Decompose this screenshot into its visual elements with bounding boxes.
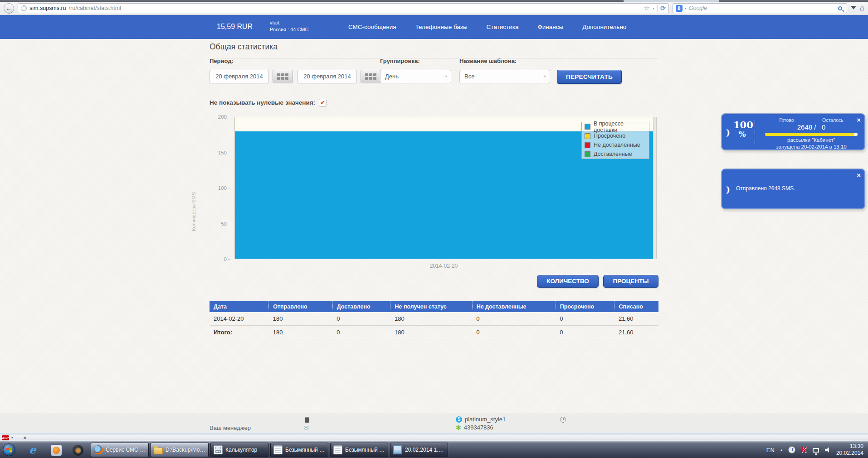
volume-icon[interactable] xyxy=(825,447,830,453)
legend-item-2[interactable]: Не доставленные xyxy=(582,140,649,149)
calendar-from-icon[interactable] xyxy=(273,70,293,83)
bookmark-star-icon[interactable]: ☆ xyxy=(644,4,650,12)
internet-explorer-icon[interactable]: e xyxy=(27,445,38,456)
template-select[interactable]: Все ▾ xyxy=(459,70,550,83)
grouping-select[interactable]: День ▾ xyxy=(380,70,451,83)
task-label: D:\Backup\Мои д... xyxy=(166,447,205,453)
windows-logo-icon xyxy=(6,447,12,453)
task-label: Безымянный — ... xyxy=(345,447,385,453)
table-cell: 21,60 xyxy=(614,326,658,339)
system-tray: EN ▴ K 13:30 20.02.2014 xyxy=(766,441,865,458)
table-cell: 0 xyxy=(472,326,556,339)
network-icon[interactable] xyxy=(813,448,819,453)
chevron-down-icon[interactable]: ▾ xyxy=(540,70,550,83)
firefox-icon xyxy=(94,445,103,454)
menu-item-2[interactable]: Статистика xyxy=(487,24,519,30)
tray-expand-icon[interactable]: ▴ xyxy=(780,448,783,452)
search-input[interactable]: 8 ▾ Google xyxy=(673,3,847,13)
table-cell: 180 xyxy=(390,312,472,326)
skype-contact[interactable]: S platinum_style1 xyxy=(456,416,506,423)
icq-contact[interactable]: ✽ 439347836 xyxy=(456,424,493,431)
template-label: Название шаблона: xyxy=(459,58,517,64)
hide-zero-checkbox[interactable]: ✔ xyxy=(319,99,327,106)
close-icon[interactable]: × xyxy=(857,171,861,179)
recalculate-button[interactable]: ПЕРЕСЧИТАТЬ xyxy=(557,70,622,84)
audio-app-icon[interactable] xyxy=(73,445,83,456)
date-to-input[interactable]: 20 февраля 2014 xyxy=(297,70,357,83)
envelope-icon[interactable]: ✉ xyxy=(303,424,309,431)
site-navbar: 15,59 RUR vfart Россия : 44 СМС СМС-сооб… xyxy=(0,15,868,39)
table-cell: 0 xyxy=(332,312,390,326)
downloads-icon[interactable] xyxy=(851,6,856,12)
adblock-dropdown-icon[interactable]: ▾ xyxy=(11,436,13,439)
sent-message: Отправлено 2648 SMS. xyxy=(736,185,795,192)
table-cell: 180 xyxy=(269,312,333,326)
tray-clock-app-icon[interactable] xyxy=(788,446,795,453)
table-cell: Итого: xyxy=(210,326,269,339)
task-button-3[interactable]: Безымянный — ... xyxy=(270,443,328,457)
chart-legend: В процессе доставкиПросроченоНе доставле… xyxy=(581,122,649,159)
legend-swatch-icon xyxy=(585,124,590,130)
table-cell: 21,60 xyxy=(614,312,658,326)
start-button[interactable] xyxy=(3,444,15,456)
page-footer: Ваш менеджер ✉ S platinum_style1 ✽ 43934… xyxy=(0,414,868,434)
addon-bar: ABP ▾ × xyxy=(0,434,868,441)
legend-label: Просрочено xyxy=(594,133,625,139)
task-button-2[interactable]: Калькулятор xyxy=(210,443,268,457)
menu-item-3[interactable]: Финансы xyxy=(538,24,564,30)
task-button-4[interactable]: Безымянный — ... xyxy=(330,443,388,457)
url-path: /ru/cabinet/stats.html xyxy=(69,5,121,11)
photo-icon xyxy=(393,445,402,454)
taskbar: e Сервис СМС рас...D:\Backup\Мои д...Кал… xyxy=(0,441,868,458)
table-cell: 2014-02-20 xyxy=(210,312,269,326)
reload-icon[interactable]: ⟳ xyxy=(660,5,666,12)
task-button-5[interactable]: 20.02.2014 1.34.P... xyxy=(390,443,448,457)
language-indicator[interactable]: EN xyxy=(766,447,775,453)
done-label: Готово xyxy=(779,117,794,123)
url-bar[interactable]: sim.supsms.ru /ru/cabinet/stats.html ☆ ▾… xyxy=(18,3,669,13)
manager-label: Ваш менеджер xyxy=(210,424,251,431)
media-player-icon[interactable] xyxy=(51,445,62,456)
legend-item-0[interactable]: В процессе доставки xyxy=(582,122,649,131)
grouping-label: Группировка: xyxy=(380,58,420,64)
chevron-icon: ) xyxy=(726,127,730,137)
chart-y-ticks: 050100150200 xyxy=(200,117,230,259)
table-header-cell-2: Доставлено xyxy=(332,301,390,312)
task-label: Калькулятор xyxy=(225,447,257,453)
chart-plot-area: В процессе доставкиПросроченоНе доставле… xyxy=(234,117,653,259)
task-button-0[interactable]: Сервис СМС рас... xyxy=(91,443,149,457)
route-info: Россия : 44 СМС xyxy=(270,26,308,33)
icq-number: 439347836 xyxy=(464,424,493,431)
table-header-cell-1: Отправлено xyxy=(269,301,333,312)
quantity-button[interactable]: КОЛИЧЕСТВО xyxy=(537,275,599,288)
chevron-down-icon[interactable]: ▾ xyxy=(441,70,451,83)
urlbar-dropdown-icon[interactable]: ▾ xyxy=(653,6,654,10)
table-cell: 0 xyxy=(556,312,614,326)
back-button[interactable]: ← xyxy=(4,3,14,14)
search-icon[interactable] xyxy=(838,6,842,10)
page-title: Общая статистика xyxy=(210,42,658,58)
taskbar-clock[interactable]: 13:30 20.02.2014 xyxy=(836,443,865,457)
kaspersky-icon[interactable]: K xyxy=(801,446,807,454)
template-value: Все xyxy=(464,73,474,80)
google-search-engine-icon[interactable]: 8 xyxy=(676,5,683,12)
search-engine-dropdown-icon[interactable]: ▾ xyxy=(685,6,687,10)
menu-item-0[interactable]: СМС-сообщения xyxy=(348,24,396,30)
task-button-1[interactable]: D:\Backup\Мои д... xyxy=(151,443,209,457)
table-row-0: 2014-02-2018001800021,60 xyxy=(210,312,658,326)
table-cell: 0 xyxy=(332,326,390,339)
calendar-to-icon[interactable] xyxy=(361,70,381,83)
table-row-1: Итого:18001800021,60 xyxy=(210,326,658,339)
date-from-input[interactable]: 20 февраля 2014 xyxy=(210,70,269,83)
legend-label: Доставленные xyxy=(594,151,632,157)
addonbar-close-icon[interactable]: × xyxy=(24,435,26,440)
home-icon[interactable]: ⌂ xyxy=(860,4,864,13)
menu-item-1[interactable]: Телефонные базы xyxy=(415,24,468,30)
url-host: sim.supsms.ru xyxy=(29,5,66,11)
menu-item-4[interactable]: Дополнительно xyxy=(582,24,626,30)
period-label: Период: xyxy=(210,58,234,64)
legend-item-3[interactable]: Доставленные xyxy=(582,149,649,159)
balance-label[interactable]: 15,59 RUR xyxy=(217,23,253,31)
percent-button[interactable]: ПРОЦЕНТЫ xyxy=(603,275,658,288)
adblock-icon[interactable]: ABP xyxy=(2,435,9,440)
